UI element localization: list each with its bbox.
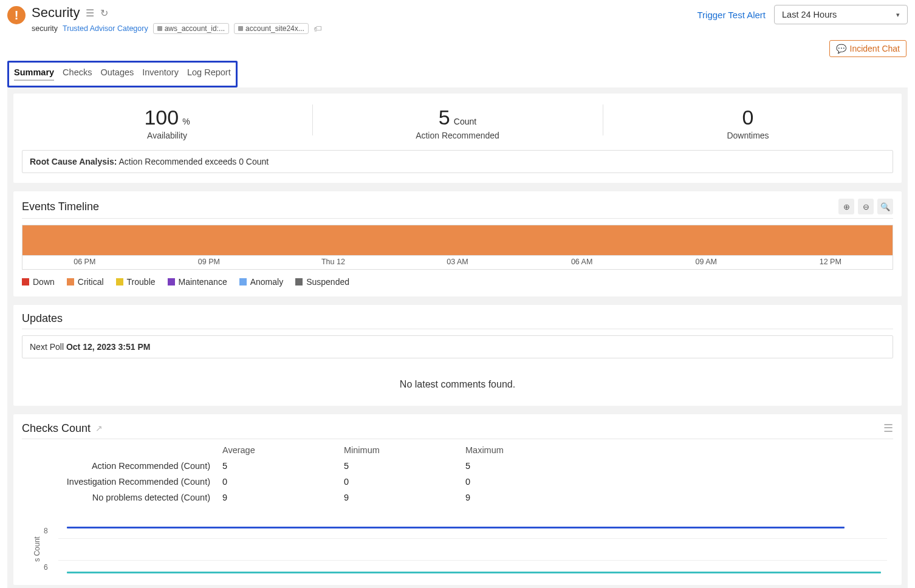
legend-item-maintenance: Maintenance [168, 277, 227, 287]
table-cell: 9 [344, 493, 465, 502]
chart-series-line [67, 527, 845, 528]
timeline-tick: 06 AM [519, 256, 644, 269]
table-col-header: Maximum [465, 445, 587, 455]
table-cell: 0 [344, 477, 465, 487]
checks-count-card: Checks Count ↗ ☰ AverageMinimumMaximumAc… [13, 414, 902, 585]
refresh-icon[interactable]: ↻ [100, 7, 108, 19]
time-range-select[interactable]: Last 24 Hours ▾ [774, 5, 908, 24]
table-cell: 9 [222, 493, 344, 502]
timeline-band[interactable] [22, 225, 893, 255]
no-comments-text: No latest comments found. [22, 379, 893, 390]
kpi-action-recommended: 5CountAction Recommended [312, 101, 603, 144]
events-timeline-card: Events Timeline ⊕ ⊖ 🔍 06 PM09 PMThu 1203… [13, 191, 902, 296]
rca-text: Action Recommended exceeds 0 Count [119, 157, 269, 166]
checks-count-title: Checks Count [22, 422, 91, 435]
checks-count-table: AverageMinimumMaximumAction Recommended … [22, 445, 893, 502]
time-range-label: Last 24 Hours [782, 10, 837, 19]
timeline-tick: 06 PM [22, 256, 147, 269]
table-cell: 5 [222, 461, 344, 471]
incident-chat-button[interactable]: 💬 Incident Chat [829, 40, 907, 57]
root-cause-box: Root Cause Analysis: Action Recommended … [22, 150, 893, 173]
table-cell: 0 [465, 477, 587, 487]
table-row-label: No problems detected (Count) [22, 493, 222, 502]
timeline-tick: Thu 12 [271, 256, 396, 269]
tabs-bar: SummaryChecksOutagesInventoryLog Report [7, 61, 908, 87]
external-link-icon[interactable]: ↗ [95, 423, 103, 433]
legend-item-down: Down [22, 277, 55, 287]
chart-y-tick: 8 [44, 527, 48, 535]
timeline-tick: 09 PM [147, 256, 272, 269]
table-cell: 0 [222, 477, 344, 487]
table-col-header: Minimum [344, 445, 465, 455]
chart-y-tick: 6 [44, 563, 48, 572]
kpi-card: 100%Availability5CountAction Recommended… [13, 94, 902, 183]
kpi-downtimes: 0Downtimes [603, 101, 893, 144]
events-timeline-title: Events Timeline [22, 200, 99, 213]
card-menu-icon[interactable]: ☰ [883, 422, 893, 435]
page-title: Security [32, 5, 80, 21]
tag-icon[interactable]: 🏷 [314, 24, 322, 33]
timeline-tick: 03 AM [396, 256, 520, 269]
next-poll-label: Next Poll [30, 342, 64, 352]
timeline-axis: 06 PM09 PMThu 1203 AM06 AM09 AM12 PM [22, 255, 893, 270]
next-poll-value: Oct 12, 2023 3:51 PM [66, 342, 151, 352]
tab-checks[interactable]: Checks [63, 67, 92, 81]
tab-summary[interactable]: Summary [14, 67, 54, 81]
updates-card: Updates Next Poll Oct 12, 2023 3:51 PM N… [13, 305, 902, 406]
chat-icon: 💬 [836, 44, 846, 53]
table-cell: 5 [344, 461, 465, 471]
chevron-down-icon: ▾ [896, 11, 900, 19]
status-badge-icon: ! [7, 6, 26, 24]
next-poll-box: Next Poll Oct 12, 2023 3:51 PM [22, 335, 893, 358]
timeline-tick: 12 PM [768, 256, 893, 269]
legend-item-anomaly: Anomaly [239, 277, 283, 287]
checks-count-chart: s Count 8 6 [22, 516, 893, 583]
legend-item-trouble: Trouble [116, 277, 156, 287]
legend-item-critical: Critical [67, 277, 104, 287]
zoom-out-icon[interactable]: ⊖ [858, 199, 874, 214]
rca-label: Root Cause Analysis: [30, 157, 117, 166]
chart-series-line [67, 572, 881, 573]
legend-item-suspended: Suspended [295, 277, 349, 287]
table-col-header: Average [222, 445, 344, 455]
zoom-reset-icon[interactable]: 🔍 [877, 199, 893, 214]
trigger-test-alert-link[interactable]: Trigger Test Alert [697, 10, 766, 20]
table-cell: 5 [465, 461, 587, 471]
tab-outages[interactable]: Outages [100, 67, 134, 81]
chart-y-axis-label: s Count [33, 536, 41, 561]
tag-chip[interactable]: account_site24x... [234, 23, 309, 34]
tab-log-report[interactable]: Log Report [187, 67, 231, 81]
timeline-tick: 09 AM [644, 256, 769, 269]
table-row-label: Investigation Recommended (Count) [22, 477, 222, 487]
breadcrumb-category: security [32, 24, 58, 33]
table-row-label: Action Recommended (Count) [22, 461, 222, 471]
page-header: ! Security ☰ ↻ security Trusted Advisor … [7, 5, 908, 34]
tab-inventory[interactable]: Inventory [142, 67, 179, 81]
breadcrumb-link[interactable]: Trusted Advisor Category [63, 24, 148, 33]
updates-title: Updates [22, 312, 63, 325]
tag-chip[interactable]: aws_account_id:... [153, 23, 229, 34]
kpi-availability: 100%Availability [22, 101, 312, 144]
zoom-in-icon[interactable]: ⊕ [838, 199, 854, 214]
timeline-legend: DownCriticalTroubleMaintenanceAnomalySus… [22, 277, 893, 287]
table-cell: 9 [465, 493, 587, 502]
menu-lines-icon[interactable]: ☰ [86, 7, 94, 19]
